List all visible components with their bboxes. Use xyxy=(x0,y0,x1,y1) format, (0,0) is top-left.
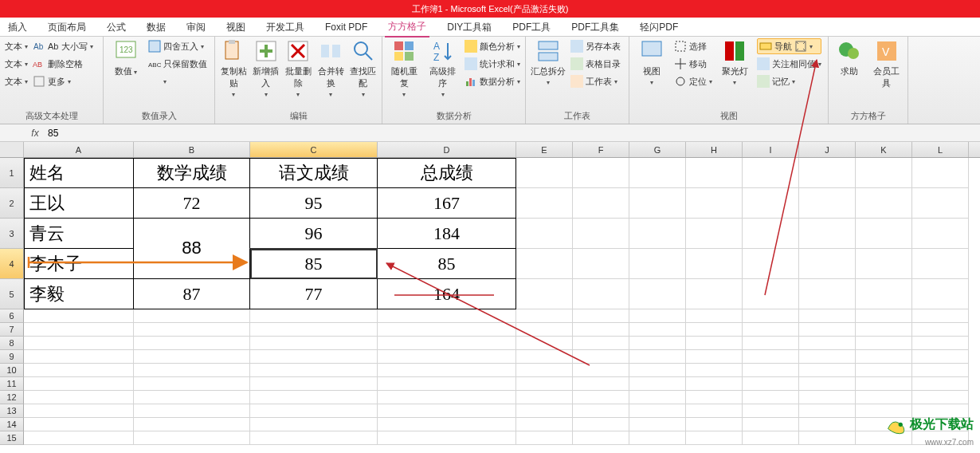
cell-D2[interactable]: 167 xyxy=(378,188,516,219)
tab-review[interactable]: 审阅 xyxy=(183,18,209,37)
round-btn[interactable]: 四舍五入 ▾ xyxy=(148,38,207,54)
vip-btn[interactable]: V会员工具 xyxy=(871,38,904,89)
tab-pdf2[interactable]: PDF工具集 xyxy=(568,18,622,37)
copy-paste[interactable]: 复制粘贴▾ xyxy=(220,38,248,98)
cell-G1[interactable] xyxy=(629,158,686,188)
cell-A2[interactable]: 王以 xyxy=(24,188,134,219)
tab-view[interactable]: 视图 xyxy=(223,18,249,37)
toc-btn[interactable]: 表格目录 xyxy=(570,56,621,72)
cell-A1[interactable]: 姓名 xyxy=(24,158,134,188)
col-header-J[interactable]: J xyxy=(799,142,856,157)
value-big[interactable]: 123 数值 ▾ xyxy=(108,38,143,77)
col-header-E[interactable]: E xyxy=(516,142,573,157)
cell-B1[interactable]: 数学成绩 xyxy=(134,158,250,188)
tab-foxit[interactable]: Foxit PDF xyxy=(322,18,370,37)
color-analysis[interactable]: 颜色分析▾ xyxy=(465,38,520,54)
cell-B2[interactable]: 72 xyxy=(134,188,250,219)
cell-C4[interactable]: 85 xyxy=(250,249,378,279)
row-header-3[interactable]: 3 xyxy=(0,219,24,249)
col-header-B[interactable]: B xyxy=(134,142,250,157)
cell-A3[interactable]: 青云 xyxy=(24,219,134,249)
focus-same[interactable]: 关注相同值▾ xyxy=(757,56,821,72)
cell-K1[interactable] xyxy=(856,158,912,188)
col-header-G[interactable]: G xyxy=(629,142,686,157)
cell-D4[interactable]: 85 xyxy=(378,249,516,279)
cell-C1[interactable]: 语文成绩 xyxy=(250,158,378,188)
row-header-6[interactable]: 6 xyxy=(0,309,24,323)
tab-diy[interactable]: DIY工具箱 xyxy=(444,18,495,37)
random-btn[interactable]: 随机重复▾ xyxy=(387,38,421,98)
cell-F1[interactable] xyxy=(573,158,629,188)
cell-H1[interactable] xyxy=(686,158,743,188)
text-btn-2[interactable]: 文本 ▾ xyxy=(5,56,28,72)
tab-dev[interactable]: 开发工具 xyxy=(263,18,308,37)
row-header-2[interactable]: 2 xyxy=(0,188,24,219)
tab-fangfang[interactable]: 方方格子 xyxy=(385,17,429,37)
saveas-sheet[interactable]: 另存本表 xyxy=(570,38,621,54)
find-btn[interactable]: 查找匹配▾ xyxy=(349,38,377,98)
sum-btn[interactable]: 统计求和▾ xyxy=(465,56,520,72)
col-header-A[interactable]: A xyxy=(24,142,134,157)
col-header-L[interactable]: L xyxy=(912,142,969,157)
row-header-1[interactable]: 1 xyxy=(0,158,24,188)
col-header-F[interactable]: F xyxy=(573,142,629,157)
row-header-14[interactable]: 14 xyxy=(0,418,24,431)
row-header-9[interactable]: 9 xyxy=(0,350,24,364)
col-header-C[interactable]: C xyxy=(250,142,378,157)
row-header-8[interactable]: 8 xyxy=(0,337,24,350)
blank-btn[interactable]: ▾ xyxy=(148,73,207,89)
insert-btn[interactable]: 新增插入▾ xyxy=(253,38,280,98)
trim-btn[interactable]: AB删除空格 xyxy=(33,56,93,72)
memory-btn[interactable]: 记忆▾ xyxy=(757,73,821,89)
fx-label[interactable]: fx xyxy=(27,128,43,139)
keepnum-btn[interactable]: ABC只保留数值 xyxy=(148,56,207,72)
cell-D5[interactable]: 164 xyxy=(378,279,516,309)
select-btn[interactable]: 选择 xyxy=(674,38,712,54)
row-header-15[interactable]: 15 xyxy=(0,431,24,445)
tab-formulas[interactable]: 公式 xyxy=(104,18,129,37)
locate-btn[interactable]: 定位▾ xyxy=(674,73,712,89)
row-header-11[interactable]: 11 xyxy=(0,377,24,391)
tab-lightpdf[interactable]: 轻闪PDF xyxy=(637,18,681,37)
delete-btn[interactable]: 批量删除▾ xyxy=(284,38,312,98)
cell-C5[interactable]: 77 xyxy=(250,279,378,309)
cell-D3[interactable]: 184 xyxy=(378,219,516,249)
row-header-10[interactable]: 10 xyxy=(0,364,24,377)
col-header-K[interactable]: K xyxy=(856,142,912,157)
case-btn[interactable]: AbAb 大小写 ▾ xyxy=(33,38,93,54)
cell-E1[interactable] xyxy=(516,158,573,188)
cell-A5[interactable]: 李毅 xyxy=(24,279,134,309)
row-header-12[interactable]: 12 xyxy=(0,391,24,404)
move-btn[interactable]: 移动 xyxy=(674,56,712,72)
tab-layout[interactable]: 页面布局 xyxy=(45,18,89,37)
merge-btn[interactable]: 合并转换▾ xyxy=(317,38,345,98)
tab-insert[interactable]: 插入 xyxy=(5,18,30,37)
col-header-D[interactable]: D xyxy=(378,142,516,157)
cell-A4[interactable]: 李木子 xyxy=(24,249,134,279)
cell-D1[interactable]: 总成绩 xyxy=(378,158,516,188)
col-header-H[interactable]: H xyxy=(686,142,743,157)
tab-data[interactable]: 数据 xyxy=(143,18,169,37)
view-big[interactable]: 视图▾ xyxy=(634,38,669,86)
formula-input[interactable]: 85 xyxy=(43,128,980,139)
more-btn[interactable]: 更多 ▾ xyxy=(33,73,93,89)
text-btn-3[interactable]: 文本 ▾ xyxy=(5,73,28,89)
sheet-btn[interactable]: 工作表▾ xyxy=(570,73,621,89)
sort-btn[interactable]: AZ高级排序▾ xyxy=(426,38,461,98)
text-btn-1[interactable]: 文本 ▾ xyxy=(5,38,28,54)
cell-L1[interactable] xyxy=(912,158,969,188)
summary-btn[interactable]: 汇总拆分▾ xyxy=(531,38,566,86)
cell-C3[interactable]: 96 xyxy=(250,219,378,249)
row-header-5[interactable]: 5 xyxy=(0,279,24,309)
row-header-7[interactable]: 7 xyxy=(0,323,24,337)
nav-btn[interactable]: 导航 ▾ xyxy=(757,38,821,54)
col-header-I[interactable]: I xyxy=(743,142,799,157)
spotlight-btn[interactable]: 聚光灯▾ xyxy=(717,38,752,86)
cell-I1[interactable] xyxy=(743,158,799,188)
cell-J1[interactable] xyxy=(799,158,856,188)
cell-C2[interactable]: 95 xyxy=(250,188,378,219)
select-all-corner[interactable] xyxy=(0,142,24,157)
help-btn[interactable]: 求助 xyxy=(833,38,866,77)
cell-B5[interactable]: 87 xyxy=(134,279,250,309)
tab-pdf1[interactable]: PDF工具 xyxy=(509,18,554,37)
